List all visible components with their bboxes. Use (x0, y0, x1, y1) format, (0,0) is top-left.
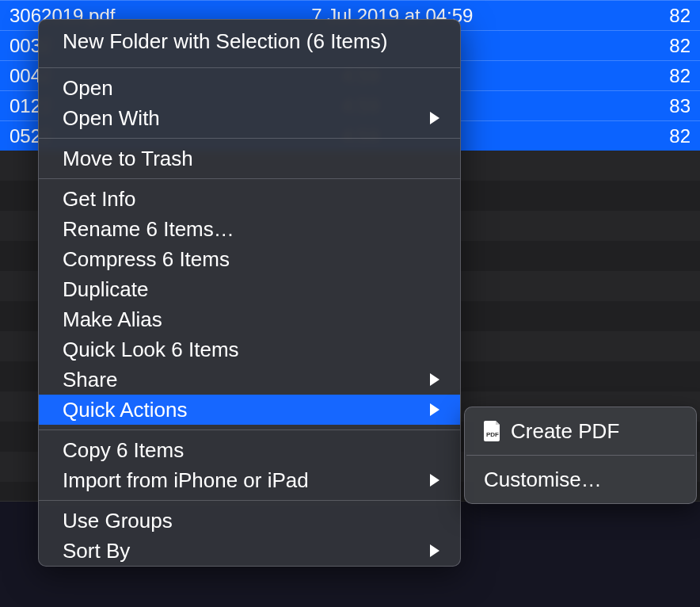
menu-rename[interactable]: Rename 6 Items… (39, 214, 460, 244)
menu-separator (466, 455, 694, 456)
menu-move-to-trash[interactable]: Move to Trash (39, 143, 460, 174)
quick-actions-submenu: PDF Create PDF Customise… (464, 407, 697, 504)
menu-label: Rename 6 Items… (63, 217, 234, 242)
menu-get-info[interactable]: Get Info (39, 184, 460, 214)
menu-label: New Folder with Selection (6 Items) (63, 29, 387, 54)
pdf-icon: PDF (484, 421, 501, 441)
menu-use-groups[interactable]: Use Groups (39, 506, 460, 536)
menu-label: Quick Look 6 Items (63, 338, 239, 362)
menu-separator (39, 67, 460, 68)
submenu-customise[interactable]: Customise… (465, 460, 696, 498)
file-size: 82 (669, 35, 690, 57)
menu-open-with[interactable]: Open With (39, 103, 460, 133)
chevron-right-icon (430, 474, 439, 487)
menu-separator (39, 429, 460, 430)
menu-label: Open (63, 76, 113, 101)
menu-sort-by[interactable]: Sort By (39, 536, 460, 566)
chevron-right-icon (430, 403, 439, 416)
menu-compress[interactable]: Compress 6 Items (39, 244, 460, 274)
submenu-label: Customise… (484, 468, 602, 492)
menu-label: Open With (63, 106, 160, 131)
svg-text:PDF: PDF (486, 431, 499, 438)
menu-separator (39, 138, 460, 139)
file-size: 82 (669, 125, 690, 147)
menu-share[interactable]: Share (39, 365, 460, 395)
menu-separator (39, 178, 460, 179)
menu-quick-actions[interactable]: Quick Actions (39, 395, 460, 425)
file-size: 82 (669, 5, 690, 27)
menu-label: Move to Trash (63, 147, 193, 171)
menu-label: Sort By (63, 539, 130, 563)
menu-label: Compress 6 Items (63, 247, 230, 272)
menu-label: Import from iPhone or iPad (63, 468, 309, 493)
menu-new-folder[interactable]: New Folder with Selection (6 Items) (39, 20, 460, 63)
file-size: 82 (669, 65, 690, 87)
menu-label: Copy 6 Items (63, 438, 184, 463)
menu-label: Quick Actions (63, 398, 188, 422)
menu-open[interactable]: Open (39, 73, 460, 103)
menu-label: Get Info (63, 187, 136, 212)
menu-quick-look[interactable]: Quick Look 6 Items (39, 334, 460, 365)
chevron-right-icon (430, 544, 439, 557)
menu-separator (39, 500, 460, 501)
submenu-create-pdf[interactable]: PDF Create PDF (465, 412, 696, 450)
menu-label: Make Alias (63, 307, 162, 332)
menu-duplicate[interactable]: Duplicate (39, 274, 460, 304)
menu-label: Share (63, 368, 117, 392)
submenu-label: Create PDF (511, 419, 619, 444)
menu-import[interactable]: Import from iPhone or iPad (39, 465, 460, 495)
chevron-right-icon (430, 373, 439, 386)
menu-copy[interactable]: Copy 6 Items (39, 435, 460, 465)
menu-make-alias[interactable]: Make Alias (39, 304, 460, 334)
context-menu: New Folder with Selection (6 Items) Open… (38, 19, 461, 567)
menu-label: Use Groups (63, 509, 173, 533)
menu-label: Duplicate (63, 277, 148, 302)
chevron-right-icon (430, 112, 439, 124)
file-size: 83 (669, 95, 690, 117)
